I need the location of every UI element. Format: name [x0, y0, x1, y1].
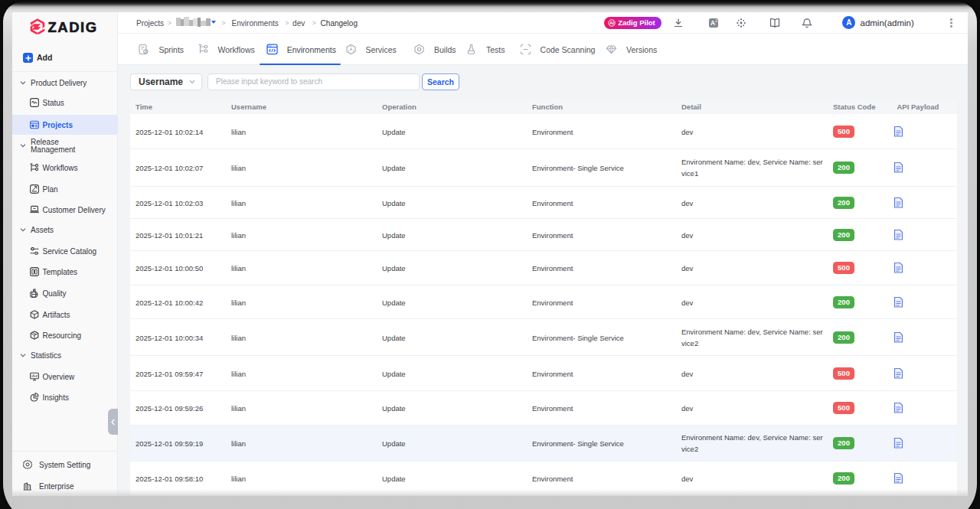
svg-text:AI: AI — [609, 21, 614, 25]
svg-text:A: A — [710, 19, 715, 27]
svg-text:2: 2 — [715, 18, 717, 23]
